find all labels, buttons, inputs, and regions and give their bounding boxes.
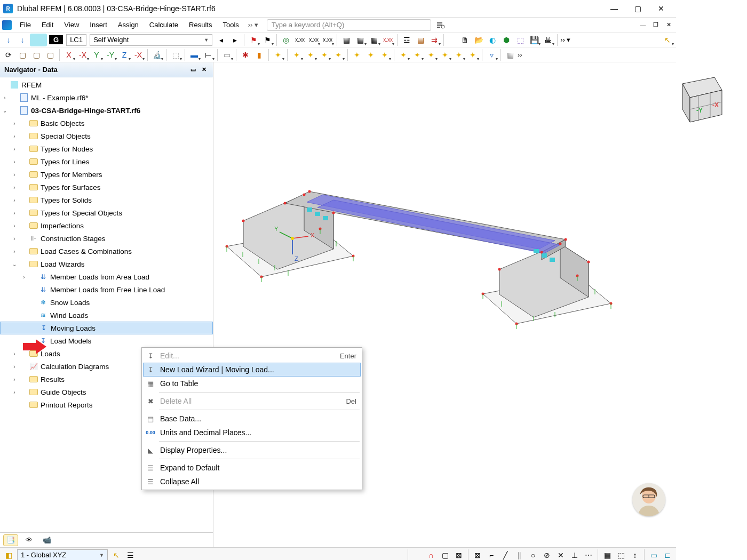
context-item[interactable]: ☰Expand to Default bbox=[143, 461, 361, 475]
chevron-right-icon[interactable]: › bbox=[10, 236, 19, 242]
tool-layers-icon[interactable]: ☲ bbox=[400, 34, 413, 46]
chevron-down-icon[interactable]: ⌄ bbox=[10, 261, 19, 267]
tool-y-axis-icon[interactable]: Y▾ bbox=[90, 49, 103, 61]
snap-line-icon[interactable]: ╱ bbox=[499, 549, 512, 561]
loadcase-code-combo[interactable]: LC1 bbox=[66, 34, 86, 46]
tool-star4-icon[interactable]: ✦▾ bbox=[318, 49, 331, 61]
tree-file-2[interactable]: ⌄ 03-CSA-Bridge-Hinge-START.rf6 bbox=[0, 104, 213, 117]
tool-microscope-icon[interactable]: 🔬▾ bbox=[150, 49, 163, 61]
navtab-eye-icon[interactable]: 👁 bbox=[21, 534, 36, 546]
snap-perp-icon[interactable]: ⊥ bbox=[568, 549, 581, 561]
menu-calculate[interactable]: Calculate bbox=[145, 19, 183, 30]
snap-grid-icon[interactable] bbox=[411, 549, 424, 561]
chevron-right-icon[interactable]: › bbox=[10, 223, 19, 229]
chevron-right-icon[interactable]: › bbox=[10, 210, 19, 216]
tree-folder[interactable]: ›Special Objects bbox=[0, 130, 213, 142]
context-item[interactable]: ◣Display Properties... bbox=[143, 443, 361, 457]
tool-open-icon[interactable]: 📂 bbox=[472, 34, 485, 46]
navtab-data-icon[interactable]: 📑 bbox=[3, 534, 18, 546]
minimize-button[interactable]: — bbox=[602, 0, 626, 18]
tree-root[interactable]: RFEM bbox=[0, 78, 213, 91]
tool-minusx2-icon[interactable]: -X▾ bbox=[132, 49, 145, 61]
tool-star8-icon[interactable]: ✦▾ bbox=[378, 49, 391, 61]
tree-folder[interactable]: ›Types for Nodes bbox=[0, 142, 213, 155]
context-item[interactable]: ▤Base Data... bbox=[143, 412, 361, 426]
maximize-button[interactable]: ▢ bbox=[626, 0, 649, 18]
search-settings-icon[interactable] bbox=[434, 19, 447, 31]
tool-cube3-icon[interactable]: ▦▾ bbox=[368, 34, 380, 46]
menu-view[interactable]: View bbox=[59, 19, 84, 30]
navtab-camera-icon[interactable]: 📹 bbox=[39, 534, 54, 546]
tool-print-icon[interactable]: 🖶▾ bbox=[542, 34, 554, 46]
snap-grid2-icon[interactable]: ▦ bbox=[601, 549, 614, 561]
tool-star7-icon[interactable]: ✦ bbox=[364, 49, 377, 61]
tree-folder[interactable]: ›Types for Special Objects bbox=[0, 206, 213, 219]
tool-cube1-icon[interactable]: ▦ bbox=[340, 34, 353, 46]
mdi-restore-icon[interactable]: ❐ bbox=[650, 20, 661, 30]
chevron-right-icon[interactable]: › bbox=[10, 159, 19, 165]
chevron-right-icon[interactable]: › bbox=[10, 197, 19, 203]
tree-folder[interactable]: ›Load Cases & Combinations bbox=[0, 245, 213, 258]
tool-cloud-icon[interactable]: ◐ bbox=[486, 34, 499, 46]
tool-cube2-icon[interactable]: ▦▾ bbox=[354, 34, 367, 46]
menu-assign[interactable]: Assign bbox=[113, 19, 144, 30]
tool-dim1-icon[interactable]: x.xx bbox=[293, 34, 306, 46]
bottom-tool-cursor-icon[interactable]: ↖ bbox=[110, 549, 123, 561]
tool-target-icon[interactable]: ◎ bbox=[280, 34, 292, 46]
tool-hatch-icon[interactable]: ▤ bbox=[414, 34, 427, 46]
snap-last-icon[interactable]: ⊏ bbox=[661, 549, 674, 561]
bottom-tool-list-icon[interactable]: ☰ bbox=[124, 549, 137, 561]
snap-magnet-icon[interactable]: ∩ bbox=[425, 549, 438, 561]
tree-wizard-item[interactable]: ⇊Member Loads from Free Line Load bbox=[0, 283, 213, 296]
tool-member-icon[interactable]: ⊢▾ bbox=[202, 49, 214, 61]
menu-file[interactable]: File bbox=[15, 19, 36, 30]
chevron-right-icon[interactable]: › bbox=[10, 389, 19, 395]
tree-file-1[interactable]: › ML - Example.rf6* bbox=[0, 91, 213, 104]
snap-parallel-icon[interactable]: ∥ bbox=[513, 549, 526, 561]
tool-star11-icon[interactable]: ✦▾ bbox=[425, 49, 438, 61]
context-item[interactable]: ▦Go to Table bbox=[143, 377, 361, 390]
snap-intersect-icon[interactable]: ✕ bbox=[554, 549, 567, 561]
snap-angle-icon[interactable]: ⌐ bbox=[485, 549, 498, 561]
close-button[interactable]: ✕ bbox=[649, 0, 673, 18]
snap-dashrect-icon[interactable]: ⬚ bbox=[615, 549, 627, 561]
snap-tangent-icon[interactable]: ⊘ bbox=[541, 549, 553, 561]
menu-insert[interactable]: Insert bbox=[85, 19, 112, 30]
tree-folder[interactable]: ›Types for Lines bbox=[0, 155, 213, 168]
tool-load-arrow-icon[interactable]: ↓ bbox=[2, 34, 15, 46]
avatar[interactable] bbox=[632, 483, 665, 516]
tool-flag-icon[interactable]: ⚑▾ bbox=[261, 34, 274, 46]
tool-save-icon[interactable]: 💾▾ bbox=[528, 34, 541, 46]
bottom-tool1-icon[interactable]: ◧ bbox=[2, 549, 15, 561]
tree-moving-loads[interactable]: ↧Moving Loads bbox=[0, 322, 213, 334]
chevron-right-icon[interactable]: › bbox=[10, 249, 19, 254]
loadcase-name-combo[interactable]: Self Weight ▼ bbox=[90, 34, 212, 46]
tool-grid-icon[interactable]: ▦ bbox=[504, 49, 516, 61]
chevron-right-icon[interactable]: › bbox=[10, 185, 19, 190]
chevron-right-icon[interactable]: › bbox=[10, 172, 19, 178]
tool-box2-icon[interactable]: ▢ bbox=[30, 49, 43, 61]
tree-folder[interactable]: ›Basic Objects bbox=[0, 117, 213, 130]
mdi-close-icon[interactable]: ✕ bbox=[663, 20, 674, 30]
tree-wizard-item[interactable]: ≋Wind Loads bbox=[0, 309, 213, 322]
snap-dots-icon[interactable]: ⋯ bbox=[582, 549, 595, 561]
tool-band-icon[interactable] bbox=[30, 34, 47, 46]
tool-refresh-icon[interactable]: ⟳ bbox=[2, 49, 15, 61]
tool-arrows-icon[interactable]: ⇉▾ bbox=[428, 34, 441, 46]
tool-cursor-icon[interactable]: ↖▾ bbox=[661, 34, 674, 46]
tool-star13-icon[interactable]: ✦▾ bbox=[452, 49, 465, 61]
tree-folder[interactable]: ›⊪Construction Stages bbox=[0, 232, 213, 245]
tool-block-icon[interactable]: ⬢ bbox=[500, 34, 513, 46]
chevron-right-icon[interactable]: › bbox=[10, 351, 19, 357]
chevron-right-icon[interactable]: › bbox=[10, 377, 19, 382]
snap-rect-icon[interactable]: ▢ bbox=[439, 549, 451, 561]
prev-loadcase-button[interactable]: ◂ bbox=[214, 34, 227, 46]
tool-minusx-icon[interactable]: -X▾ bbox=[76, 49, 89, 61]
chevron-right-icon[interactable]: › bbox=[10, 121, 19, 126]
toolbar2-overflow-icon[interactable]: ›› bbox=[518, 51, 522, 59]
tool-x-axis-icon[interactable]: X▾ bbox=[62, 49, 75, 61]
snap-height-icon[interactable]: ↕ bbox=[629, 549, 641, 561]
chevron-down-icon[interactable]: ⌄ bbox=[0, 108, 10, 114]
menu-tools[interactable]: Tools bbox=[218, 19, 243, 30]
context-item[interactable]: ↧New Load Wizard | Moving Load... bbox=[143, 363, 361, 377]
